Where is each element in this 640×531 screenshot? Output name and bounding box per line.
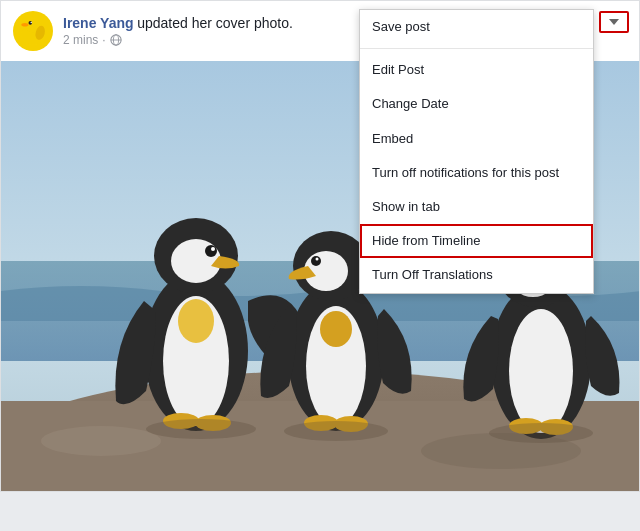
svg-point-30 — [311, 256, 321, 266]
svg-point-18 — [178, 299, 214, 343]
post-action: updated her cover photo. — [137, 15, 293, 31]
menu-item-edit-post[interactable]: Edit Post — [360, 53, 593, 87]
svg-point-42 — [146, 419, 256, 439]
svg-point-43 — [284, 421, 388, 441]
post-options-button[interactable] — [599, 11, 629, 33]
menu-item-save-post[interactable]: Save post — [360, 10, 593, 44]
menu-divider — [360, 48, 593, 49]
menu-item-hide-from-timeline[interactable]: Hide from Timeline — [360, 224, 593, 258]
menu-item-embed[interactable]: Embed — [360, 122, 593, 156]
menu-item-change-date[interactable]: Change Date — [360, 87, 593, 121]
svg-point-14 — [41, 426, 161, 456]
svg-point-27 — [320, 311, 352, 347]
svg-point-21 — [205, 245, 217, 257]
avatar — [13, 11, 53, 51]
dropdown-menu: Save post Edit Post Change Date Embed Tu… — [359, 9, 594, 294]
post-author: Irene Yang — [63, 15, 134, 31]
globe-icon — [110, 34, 122, 46]
svg-point-3 — [21, 23, 28, 27]
chevron-down-icon — [609, 19, 619, 25]
svg-point-5 — [30, 22, 31, 23]
svg-point-22 — [211, 247, 215, 251]
avatar-duck-icon — [15, 13, 51, 49]
svg-point-35 — [509, 309, 573, 433]
menu-item-show-in-tab[interactable]: Show in tab — [360, 190, 593, 224]
svg-point-44 — [489, 423, 593, 443]
menu-item-turn-off-notifications[interactable]: Turn off notifications for this post — [360, 156, 593, 190]
post-card: Irene Yang updated her cover photo. 2 mi… — [0, 0, 640, 492]
menu-item-turn-off-translations[interactable]: Turn Off Translations — [360, 258, 593, 292]
svg-point-31 — [316, 258, 319, 261]
